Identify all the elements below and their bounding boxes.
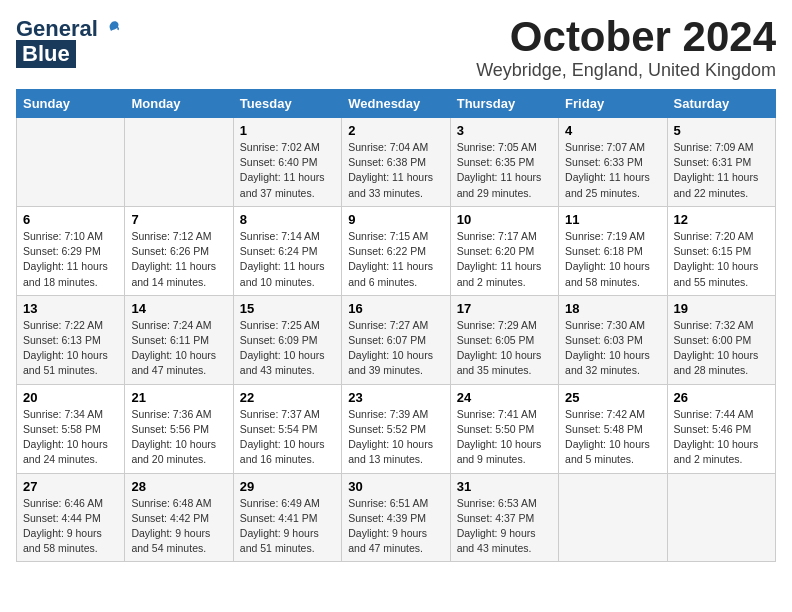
weekday-header-sunday: Sunday xyxy=(17,90,125,118)
calendar-cell: 19Sunrise: 7:32 AM Sunset: 6:00 PM Dayli… xyxy=(667,295,775,384)
day-number: 27 xyxy=(23,479,118,494)
day-number: 26 xyxy=(674,390,769,405)
day-number: 29 xyxy=(240,479,335,494)
day-number: 18 xyxy=(565,301,660,316)
day-number: 7 xyxy=(131,212,226,227)
calendar-cell xyxy=(667,473,775,562)
calendar-cell: 12Sunrise: 7:20 AM Sunset: 6:15 PM Dayli… xyxy=(667,206,775,295)
day-number: 12 xyxy=(674,212,769,227)
day-info: Sunrise: 7:12 AM Sunset: 6:26 PM Dayligh… xyxy=(131,229,226,290)
calendar-cell: 1Sunrise: 7:02 AM Sunset: 6:40 PM Daylig… xyxy=(233,118,341,207)
day-number: 11 xyxy=(565,212,660,227)
day-info: Sunrise: 7:34 AM Sunset: 5:58 PM Dayligh… xyxy=(23,407,118,468)
title-block: October 2024 Weybridge, England, United … xyxy=(476,16,776,81)
calendar-cell: 25Sunrise: 7:42 AM Sunset: 5:48 PM Dayli… xyxy=(559,384,667,473)
calendar-cell xyxy=(125,118,233,207)
logo-bird-icon xyxy=(100,18,122,40)
calendar-cell: 7Sunrise: 7:12 AM Sunset: 6:26 PM Daylig… xyxy=(125,206,233,295)
day-number: 31 xyxy=(457,479,552,494)
logo: General Blue xyxy=(16,16,122,68)
calendar-cell: 30Sunrise: 6:51 AM Sunset: 4:39 PM Dayli… xyxy=(342,473,450,562)
calendar-cell: 17Sunrise: 7:29 AM Sunset: 6:05 PM Dayli… xyxy=(450,295,558,384)
calendar-cell: 10Sunrise: 7:17 AM Sunset: 6:20 PM Dayli… xyxy=(450,206,558,295)
calendar-cell: 6Sunrise: 7:10 AM Sunset: 6:29 PM Daylig… xyxy=(17,206,125,295)
day-number: 25 xyxy=(565,390,660,405)
calendar-cell xyxy=(559,473,667,562)
calendar-cell: 29Sunrise: 6:49 AM Sunset: 4:41 PM Dayli… xyxy=(233,473,341,562)
day-info: Sunrise: 7:10 AM Sunset: 6:29 PM Dayligh… xyxy=(23,229,118,290)
day-number: 1 xyxy=(240,123,335,138)
weekday-header-monday: Monday xyxy=(125,90,233,118)
weekday-header-wednesday: Wednesday xyxy=(342,90,450,118)
day-number: 22 xyxy=(240,390,335,405)
day-info: Sunrise: 7:02 AM Sunset: 6:40 PM Dayligh… xyxy=(240,140,335,201)
calendar-cell: 27Sunrise: 6:46 AM Sunset: 4:44 PM Dayli… xyxy=(17,473,125,562)
day-number: 16 xyxy=(348,301,443,316)
month-title: October 2024 xyxy=(476,16,776,58)
day-info: Sunrise: 7:39 AM Sunset: 5:52 PM Dayligh… xyxy=(348,407,443,468)
day-info: Sunrise: 6:51 AM Sunset: 4:39 PM Dayligh… xyxy=(348,496,443,557)
calendar-cell: 11Sunrise: 7:19 AM Sunset: 6:18 PM Dayli… xyxy=(559,206,667,295)
day-info: Sunrise: 7:07 AM Sunset: 6:33 PM Dayligh… xyxy=(565,140,660,201)
calendar-cell: 4Sunrise: 7:07 AM Sunset: 6:33 PM Daylig… xyxy=(559,118,667,207)
day-number: 28 xyxy=(131,479,226,494)
logo-general: General xyxy=(16,16,98,42)
week-row-3: 13Sunrise: 7:22 AM Sunset: 6:13 PM Dayli… xyxy=(17,295,776,384)
calendar-cell: 14Sunrise: 7:24 AM Sunset: 6:11 PM Dayli… xyxy=(125,295,233,384)
calendar-cell: 23Sunrise: 7:39 AM Sunset: 5:52 PM Dayli… xyxy=(342,384,450,473)
day-number: 3 xyxy=(457,123,552,138)
calendar-cell: 22Sunrise: 7:37 AM Sunset: 5:54 PM Dayli… xyxy=(233,384,341,473)
weekday-header-tuesday: Tuesday xyxy=(233,90,341,118)
day-info: Sunrise: 7:04 AM Sunset: 6:38 PM Dayligh… xyxy=(348,140,443,201)
day-info: Sunrise: 6:46 AM Sunset: 4:44 PM Dayligh… xyxy=(23,496,118,557)
header-row: SundayMondayTuesdayWednesdayThursdayFrid… xyxy=(17,90,776,118)
day-info: Sunrise: 7:09 AM Sunset: 6:31 PM Dayligh… xyxy=(674,140,769,201)
calendar-cell xyxy=(17,118,125,207)
day-info: Sunrise: 7:20 AM Sunset: 6:15 PM Dayligh… xyxy=(674,229,769,290)
calendar-cell: 16Sunrise: 7:27 AM Sunset: 6:07 PM Dayli… xyxy=(342,295,450,384)
calendar-cell: 3Sunrise: 7:05 AM Sunset: 6:35 PM Daylig… xyxy=(450,118,558,207)
day-number: 2 xyxy=(348,123,443,138)
day-number: 6 xyxy=(23,212,118,227)
day-info: Sunrise: 7:44 AM Sunset: 5:46 PM Dayligh… xyxy=(674,407,769,468)
day-number: 20 xyxy=(23,390,118,405)
day-info: Sunrise: 7:19 AM Sunset: 6:18 PM Dayligh… xyxy=(565,229,660,290)
day-number: 15 xyxy=(240,301,335,316)
location-text: Weybridge, England, United Kingdom xyxy=(476,60,776,81)
week-row-5: 27Sunrise: 6:46 AM Sunset: 4:44 PM Dayli… xyxy=(17,473,776,562)
calendar-cell: 8Sunrise: 7:14 AM Sunset: 6:24 PM Daylig… xyxy=(233,206,341,295)
day-info: Sunrise: 6:48 AM Sunset: 4:42 PM Dayligh… xyxy=(131,496,226,557)
day-info: Sunrise: 7:22 AM Sunset: 6:13 PM Dayligh… xyxy=(23,318,118,379)
day-number: 4 xyxy=(565,123,660,138)
page-header: General Blue October 2024 Weybridge, Eng… xyxy=(16,16,776,81)
day-info: Sunrise: 7:27 AM Sunset: 6:07 PM Dayligh… xyxy=(348,318,443,379)
weekday-header-thursday: Thursday xyxy=(450,90,558,118)
day-info: Sunrise: 6:49 AM Sunset: 4:41 PM Dayligh… xyxy=(240,496,335,557)
day-info: Sunrise: 7:05 AM Sunset: 6:35 PM Dayligh… xyxy=(457,140,552,201)
day-info: Sunrise: 7:14 AM Sunset: 6:24 PM Dayligh… xyxy=(240,229,335,290)
calendar-cell: 13Sunrise: 7:22 AM Sunset: 6:13 PM Dayli… xyxy=(17,295,125,384)
logo-blue-text: Blue xyxy=(16,40,76,68)
day-number: 30 xyxy=(348,479,443,494)
calendar-cell: 20Sunrise: 7:34 AM Sunset: 5:58 PM Dayli… xyxy=(17,384,125,473)
day-number: 10 xyxy=(457,212,552,227)
calendar-cell: 18Sunrise: 7:30 AM Sunset: 6:03 PM Dayli… xyxy=(559,295,667,384)
day-info: Sunrise: 7:15 AM Sunset: 6:22 PM Dayligh… xyxy=(348,229,443,290)
calendar-cell: 9Sunrise: 7:15 AM Sunset: 6:22 PM Daylig… xyxy=(342,206,450,295)
week-row-1: 1Sunrise: 7:02 AM Sunset: 6:40 PM Daylig… xyxy=(17,118,776,207)
day-number: 14 xyxy=(131,301,226,316)
calendar-cell: 2Sunrise: 7:04 AM Sunset: 6:38 PM Daylig… xyxy=(342,118,450,207)
day-info: Sunrise: 7:41 AM Sunset: 5:50 PM Dayligh… xyxy=(457,407,552,468)
day-number: 13 xyxy=(23,301,118,316)
day-info: Sunrise: 7:25 AM Sunset: 6:09 PM Dayligh… xyxy=(240,318,335,379)
day-number: 24 xyxy=(457,390,552,405)
day-info: Sunrise: 7:24 AM Sunset: 6:11 PM Dayligh… xyxy=(131,318,226,379)
day-info: Sunrise: 6:53 AM Sunset: 4:37 PM Dayligh… xyxy=(457,496,552,557)
day-number: 21 xyxy=(131,390,226,405)
day-number: 17 xyxy=(457,301,552,316)
day-info: Sunrise: 7:30 AM Sunset: 6:03 PM Dayligh… xyxy=(565,318,660,379)
day-info: Sunrise: 7:32 AM Sunset: 6:00 PM Dayligh… xyxy=(674,318,769,379)
day-info: Sunrise: 7:29 AM Sunset: 6:05 PM Dayligh… xyxy=(457,318,552,379)
calendar-cell: 15Sunrise: 7:25 AM Sunset: 6:09 PM Dayli… xyxy=(233,295,341,384)
day-number: 9 xyxy=(348,212,443,227)
